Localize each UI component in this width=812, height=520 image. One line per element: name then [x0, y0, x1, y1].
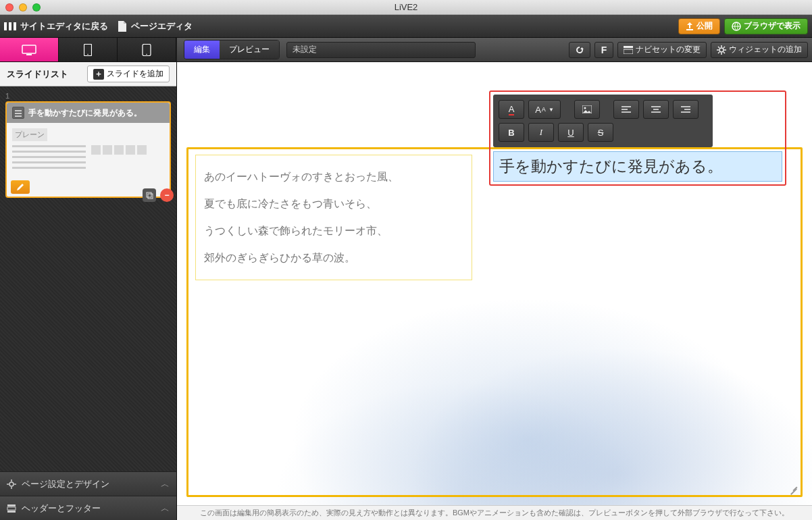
italic-button[interactable]: I	[528, 123, 554, 142]
upload-icon	[686, 22, 694, 30]
page-settings-row[interactable]: ページ設定とデザイン ︿	[0, 471, 176, 496]
footer-notice: この画面は編集用の簡易表示のため、実際の見え方や動作とは異なります。BGMやアニ…	[177, 505, 812, 520]
text-line: 郊外のぎらぎらひかる草の波。	[204, 244, 463, 271]
text-line: うつくしい森で飾られたモリーオ市、	[204, 217, 463, 244]
desktop-icon	[22, 45, 36, 55]
section-label: ページエディタ	[131, 20, 193, 32]
svg-line-14	[718, 47, 719, 48]
pencil-icon	[16, 183, 24, 191]
globe-icon	[732, 22, 741, 31]
image-icon	[582, 105, 592, 113]
device-desktop-tab[interactable]	[0, 38, 59, 61]
svg-line-15	[724, 52, 725, 53]
header-footer-row[interactable]: ヘッダーとフッター ︿	[0, 496, 176, 520]
device-tabs	[0, 38, 177, 61]
align-left-button[interactable]	[613, 100, 639, 119]
slide-thumbnail[interactable]: 手を動かすたびに発見がある。 プレーン −	[5, 101, 171, 198]
page-settings-label: ページ設定とデザイン	[22, 478, 109, 490]
list-icon	[12, 107, 24, 119]
font-size-button[interactable]: AA▼	[528, 100, 561, 119]
strike-button[interactable]: S	[588, 123, 613, 142]
underline-button[interactable]: U	[558, 123, 584, 142]
device-tablet-tab[interactable]	[59, 38, 118, 61]
sidebar: スライドリスト ＋ スライドを追加 1 手を動かすたびに発見がある。 プレーン	[0, 62, 177, 520]
font-color-button[interactable]: A	[499, 100, 524, 119]
device-phone-tab[interactable]	[118, 38, 176, 61]
browser-label: ブラウザで表示	[744, 20, 801, 32]
mode-preview-button[interactable]: プレビュー	[220, 41, 279, 59]
widget-add-button[interactable]: ウィジェットの追加	[711, 42, 808, 58]
page-editor-label: ページエディタ	[118, 20, 193, 32]
close-window-button[interactable]	[5, 3, 14, 11]
svg-rect-18	[147, 192, 151, 197]
body-text-block[interactable]: あのイーハトーヴォのすきとおった風、 夏でも底に冷たさをもつ青いそら、 うつくし…	[195, 155, 472, 280]
align-center-button[interactable]	[643, 100, 669, 119]
edit-slide-button[interactable]	[11, 180, 30, 194]
page-title-field[interactable]: 未設定	[286, 42, 476, 58]
svg-rect-19	[148, 194, 153, 199]
text-toolbar: A AA▼ B I U S	[493, 95, 713, 147]
text-line: 夏でも底に冷たさをもつ青いそら、	[204, 190, 463, 217]
svg-rect-1	[22, 45, 36, 53]
browser-preview-button[interactable]: ブラウザで表示	[724, 18, 808, 34]
svg-rect-26	[7, 511, 16, 513]
add-slide-label: スライドを追加	[107, 68, 163, 80]
svg-point-29	[584, 107, 586, 109]
align-right-icon	[681, 106, 690, 113]
svg-rect-2	[26, 54, 32, 55]
svg-point-4	[87, 53, 88, 55]
window-titlebar: LiVE2	[0, 0, 812, 15]
heading-text-input[interactable]: 手を動かすたびに発見がある。	[493, 151, 782, 182]
mode-segment: 編集 プレビュー	[184, 40, 280, 59]
mode-edit-button[interactable]: 編集	[184, 41, 220, 59]
phone-icon	[142, 44, 151, 56]
svg-point-20	[9, 482, 14, 486]
footer-text: この画面は編集用の簡易表示のため、実際の見え方や動作とは異なります。BGMやアニ…	[200, 508, 789, 518]
remove-slide-button[interactable]: −	[160, 188, 174, 202]
add-slide-button[interactable]: ＋ スライドを追加	[87, 66, 170, 82]
svg-line-16	[724, 47, 725, 48]
naviset-label: ナビセットの変更	[636, 44, 701, 55]
back-label: サイトエディタに戻る	[20, 20, 108, 32]
publish-button[interactable]: 公開	[678, 18, 720, 34]
reload-icon	[575, 45, 584, 55]
reload-button[interactable]	[569, 42, 590, 58]
svg-rect-25	[7, 504, 16, 506]
duplicate-icon	[145, 191, 153, 199]
gear-icon	[717, 45, 726, 55]
zoom-window-button[interactable]	[32, 3, 41, 11]
header-footer-icon	[7, 504, 16, 513]
sidebar-bottom: ページ設定とデザイン ︿ ヘッダーとフッター ︿	[0, 471, 176, 520]
page-icon	[118, 21, 127, 32]
minimize-window-button[interactable]	[19, 3, 27, 11]
chevron-up-icon: ︿	[161, 478, 170, 490]
image-button[interactable]	[574, 100, 600, 119]
naviset-button[interactable]: ナビセットの変更	[617, 42, 707, 58]
align-center-icon	[651, 106, 661, 113]
tablet-icon	[84, 44, 92, 56]
f-button[interactable]: F	[594, 42, 613, 58]
layout-icon	[624, 46, 633, 54]
svg-rect-27	[7, 507, 16, 510]
bold-button[interactable]: B	[499, 123, 524, 142]
main-area: スライドリスト ＋ スライドを追加 1 手を動かすたびに発見がある。 プレーン	[0, 62, 812, 520]
svg-point-9	[719, 48, 724, 52]
chevron-up-icon: ︿	[161, 502, 170, 515]
editor-toolbar: 編集 プレビュー 未設定 F ナビセットの変更 ウィジェットの追加	[0, 38, 812, 62]
back-to-site-editor-button[interactable]: サイトエディタに戻る	[4, 20, 108, 32]
resize-handle[interactable]	[790, 484, 798, 492]
window-title: LiVE2	[395, 2, 418, 12]
svg-rect-7	[624, 46, 633, 48]
widget-add-label: ウィジェットの追加	[729, 44, 802, 55]
duplicate-slide-button[interactable]	[143, 188, 156, 202]
header-footer-label: ヘッダーとフッター	[22, 502, 101, 515]
bars-icon	[4, 22, 16, 30]
align-right-button[interactable]	[673, 100, 699, 119]
chevron-down-icon: ▼	[549, 107, 554, 113]
svg-point-6	[146, 53, 147, 55]
svg-rect-8	[624, 49, 633, 54]
svg-line-17	[718, 52, 719, 53]
slide-number: 1	[5, 92, 171, 100]
page-title-text: 未設定	[293, 44, 317, 55]
stage-selection[interactable]: あのイーハトーヴォのすきとおった風、 夏でも底に冷たさをもつ青いそら、 うつくし…	[186, 147, 803, 497]
